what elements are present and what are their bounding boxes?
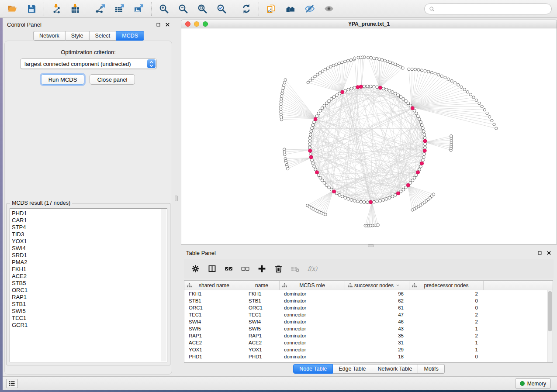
zoom-selected-button[interactable] — [214, 2, 229, 15]
column-header-predecessor-nodes[interactable]: predecessor nodes — [409, 281, 484, 290]
splitter-grip-icon[interactable] — [175, 196, 178, 201]
table-row-STB1[interactable]: STB1STB1dominator620 — [184, 297, 547, 304]
table-row-ACE2[interactable]: ACE2ACE2connector311 — [184, 339, 547, 346]
table-row-YOX1[interactable]: YOX1YOX1connector291 — [184, 346, 547, 353]
result-node[interactable]: ACE2 — [12, 273, 160, 280]
table-cell: YOX1 — [184, 346, 244, 353]
table-row-TEC1[interactable]: TEC1TEC1connector472 — [184, 311, 547, 318]
table-row-SWI5[interactable]: SWI5SWI5connector431 — [184, 325, 547, 332]
export-image-button[interactable] — [131, 2, 146, 15]
table-cell: 1 — [409, 346, 484, 353]
close-panel-button[interactable]: Close panel — [90, 74, 135, 85]
import-table-button[interactable] — [68, 2, 83, 15]
tab-motifs[interactable]: Motifs — [418, 364, 444, 374]
result-node[interactable]: RAP1 — [12, 294, 160, 301]
column-header-label: predecessor nodes — [424, 282, 468, 289]
zoom-out-icon — [178, 3, 188, 14]
run-mcds-button[interactable]: Run MCDS — [41, 74, 84, 85]
gear-icon — [191, 264, 200, 273]
delete-column-button[interactable] — [272, 262, 285, 275]
export-network-button[interactable] — [93, 2, 108, 15]
tab-mcds[interactable]: MCDS — [116, 31, 144, 41]
table-row-RAP1[interactable]: RAP1RAP1dominator352 — [184, 332, 547, 339]
search-box[interactable] — [424, 3, 552, 14]
add-column-button[interactable] — [256, 262, 268, 275]
table-scrollbar[interactable] — [547, 290, 553, 362]
result-node[interactable]: YOX1 — [12, 238, 160, 245]
close-window-icon[interactable] — [185, 21, 190, 27]
criterion-select[interactable]: largest connected component (undirected) — [20, 58, 157, 69]
tab-network-table[interactable]: Network Table — [372, 364, 419, 374]
result-node[interactable]: GCR1 — [12, 322, 160, 329]
table-settings-button[interactable] — [189, 262, 202, 275]
float-table-panel-button[interactable] — [536, 250, 543, 256]
tab-style[interactable]: Style — [66, 31, 90, 41]
table-row-ORC1[interactable]: ORC1ORC1dominator610 — [184, 304, 547, 311]
tab-network[interactable]: Network — [33, 31, 66, 41]
result-node[interactable]: SRD1 — [12, 252, 160, 259]
copy-network-button[interactable] — [264, 2, 279, 15]
network-canvas[interactable] — [181, 28, 557, 244]
result-node[interactable]: TEC1 — [12, 315, 160, 322]
result-node[interactable]: ORC1 — [12, 287, 160, 294]
minimize-window-icon[interactable] — [194, 21, 199, 27]
column-header-shared-name[interactable]: shared name — [184, 281, 244, 290]
result-node[interactable]: SWI5 — [12, 308, 160, 315]
result-node[interactable]: FKH1 — [12, 266, 160, 273]
deselect-all-rows-button[interactable] — [239, 262, 252, 275]
tab-node-table[interactable]: Node Table — [293, 364, 333, 374]
table-cell: YOX1 — [244, 346, 280, 353]
column-header-name[interactable]: name — [244, 281, 280, 290]
export-table-button[interactable] — [112, 2, 127, 15]
select-all-rows-button[interactable] — [222, 262, 235, 275]
tab-select[interactable]: Select — [90, 31, 117, 41]
result-node[interactable]: CAR1 — [12, 217, 160, 224]
maximize-window-icon[interactable] — [203, 21, 208, 27]
table-cell: STB1 — [244, 297, 280, 304]
result-node[interactable]: TID3 — [12, 231, 160, 238]
zoom-in-button[interactable] — [156, 2, 171, 15]
column-header-label: MCDS role — [299, 282, 325, 289]
panel-menu-button[interactable] — [6, 379, 18, 388]
result-scrollbar[interactable] — [161, 209, 166, 361]
import-network-button[interactable] — [49, 2, 64, 15]
table-row-FKH1[interactable]: FKH1FKH1dominator962 — [184, 290, 547, 297]
search-input[interactable] — [437, 6, 547, 12]
column-header-MCDS-role[interactable]: MCDS role — [280, 281, 345, 290]
tab-edge-table[interactable]: Edge Table — [333, 364, 372, 374]
result-node[interactable]: STB5 — [12, 280, 160, 287]
show-columns-button[interactable] — [206, 262, 218, 275]
table-cell: 46 — [345, 318, 409, 325]
result-node[interactable]: PHD1 — [12, 210, 160, 217]
houses-icon — [285, 3, 296, 14]
show-all-button[interactable] — [322, 2, 336, 15]
table-cell: 47 — [345, 311, 409, 318]
column-header-successor-nodes[interactable]: successor nodes — [345, 281, 409, 290]
zoom-fit-button[interactable] — [195, 2, 210, 15]
open-session-button[interactable] — [5, 2, 20, 15]
table-row-SWI4[interactable]: SWI4SWI4dominator462 — [184, 318, 547, 325]
close-control-panel-button[interactable] — [164, 21, 170, 28]
table-cell: dominator — [280, 304, 345, 311]
vertical-splitter[interactable] — [175, 18, 178, 376]
float-control-panel-button[interactable] — [155, 21, 161, 28]
memory-button[interactable]: Memory — [515, 378, 551, 389]
close-table-panel-button[interactable] — [546, 250, 552, 256]
result-node[interactable]: PMA2 — [12, 259, 160, 266]
export-table-icon — [114, 3, 125, 14]
table-row-PHD1[interactable]: PHD1PHD1dominator180 — [184, 353, 547, 360]
scrollbar-thumb[interactable] — [548, 291, 552, 331]
first-neighbors-button[interactable] — [283, 2, 298, 15]
result-node[interactable]: STP4 — [12, 224, 160, 231]
refresh-layout-button[interactable] — [239, 2, 254, 15]
mcds-result-list[interactable]: PHD1CAR1STP4TID3YOX1SWI4SRD1PMA2FKH1ACE2… — [10, 208, 167, 362]
zoom-fit-icon — [197, 3, 208, 14]
save-session-button[interactable] — [24, 2, 39, 15]
zoom-out-button[interactable] — [176, 2, 190, 15]
table-cell: ACE2 — [244, 339, 280, 346]
result-node[interactable]: SWI4 — [12, 245, 160, 252]
result-node[interactable]: STB1 — [12, 301, 160, 308]
table-cell: 0 — [409, 304, 484, 311]
network-titlebar[interactable]: YPA_prune.txt_1 — [181, 20, 557, 28]
hide-selected-button[interactable] — [302, 2, 317, 15]
